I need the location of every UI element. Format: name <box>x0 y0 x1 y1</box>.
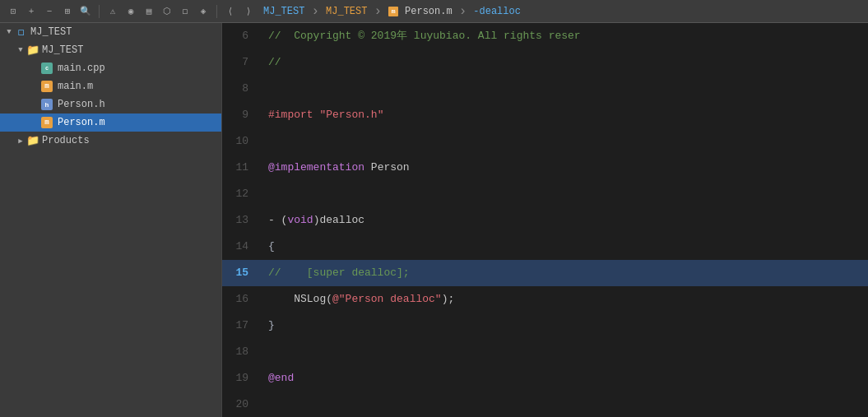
square-icon[interactable]: ◻ <box>179 5 192 18</box>
line-content-12 <box>262 181 868 207</box>
grid-icon[interactable]: ⊞ <box>61 5 74 18</box>
sidebar-label-main-m: main.m <box>58 81 93 92</box>
sidebar-item-person-m[interactable]: m Person.m <box>0 114 221 132</box>
hex-icon[interactable]: ⬡ <box>160 5 174 18</box>
breadcrumb-file[interactable]: Person.m <box>405 6 453 17</box>
code-line-8: 8 <box>222 76 868 102</box>
line-content-19: @end <box>262 365 868 392</box>
line-content-17: } <box>262 313 868 339</box>
sidebar-item-mj-test-folder[interactable]: ▼ 📁 MJ_TEST <box>0 41 221 59</box>
code-line-20: 20 <box>222 392 868 417</box>
breadcrumb-method[interactable]: -dealloc <box>473 6 521 17</box>
line-content-13: - (void)dealloc <box>262 207 868 234</box>
code-line-12: 12 <box>222 181 868 207</box>
add-icon[interactable]: + <box>25 5 38 18</box>
line-num-9: 9 <box>222 102 262 128</box>
line-content-20 <box>262 392 868 417</box>
sidebar-item-person-h[interactable]: h Person.h <box>0 95 221 114</box>
leaf-spacer-h <box>30 99 41 110</box>
main-area: ▼ ◻ MJ_TEST ▼ 📁 MJ_TEST c main.cpp m mai… <box>0 23 868 417</box>
line-content-16: NSLog(@"Person dealloc"); <box>262 286 868 313</box>
breadcrumb-sep-2: › <box>374 4 382 19</box>
expand-arrow-folder: ▼ <box>15 44 26 56</box>
code-line-15: 15 // [super dealloc]; <box>222 260 868 286</box>
line-content-18 <box>262 339 868 365</box>
line-content-15: // [super dealloc]; <box>262 260 868 286</box>
leaf-spacer-m <box>30 81 41 92</box>
warn-icon[interactable]: ⚠ <box>106 5 119 18</box>
expand-arrow-root: ▼ <box>3 26 15 38</box>
m-file-icon-main: m <box>41 81 53 92</box>
line-num-8: 8 <box>222 76 262 102</box>
code-line-14: 14 { <box>222 234 868 260</box>
breadcrumb-sep-3: › <box>459 4 467 19</box>
sidebar-item-mj-test-root[interactable]: ▼ ◻ MJ_TEST <box>0 23 221 41</box>
code-line-6: 6 // Copyright © 2019年 luyubiao. All rig… <box>222 23 868 49</box>
forward-icon[interactable]: ⟩ <box>242 5 255 18</box>
sidebar-label-person-h: Person.h <box>58 99 105 110</box>
leaf-spacer-cpp <box>30 63 41 74</box>
line-content-8 <box>262 76 868 102</box>
sidebar-item-products[interactable]: ▶ 📁 Products <box>0 132 221 150</box>
divider-1 <box>99 5 100 18</box>
line-num-13: 13 <box>222 207 262 234</box>
list-icon[interactable]: ▤ <box>142 5 155 18</box>
folder-icon: 📁 <box>26 44 39 57</box>
sidebar-item-main-m[interactable]: m main.m <box>0 77 221 95</box>
line-content-11: @implementation Person <box>262 155 868 181</box>
search-icon[interactable]: 🔍 <box>79 5 92 18</box>
home-icon[interactable]: ⊡ <box>7 5 20 18</box>
code-line-17: 17 } <box>222 313 868 339</box>
sidebar-label-person-m: Person.m <box>58 117 105 128</box>
sidebar-label-products: Products <box>42 135 90 146</box>
h-file-icon: h <box>41 99 53 110</box>
code-editor[interactable]: 6 // Copyright © 2019年 luyubiao. All rig… <box>222 23 868 417</box>
line-num-11: 11 <box>222 155 262 181</box>
back-icon[interactable]: ⟨ <box>224 5 237 18</box>
diamond-icon[interactable]: ◈ <box>197 5 210 18</box>
divider-2 <box>216 5 217 18</box>
sidebar-label-folder: MJ_TEST <box>42 44 83 56</box>
code-line-13: 13 - (void)dealloc <box>222 207 868 234</box>
m-file-icon-person: m <box>41 117 53 128</box>
line-num-6: 6 <box>222 23 262 49</box>
cpp-file-icon: c <box>41 63 53 74</box>
line-num-20: 20 <box>222 392 262 417</box>
line-num-7: 7 <box>222 49 262 76</box>
line-content-14: { <box>262 234 868 260</box>
line-content-10 <box>262 128 868 155</box>
breadcrumb-m-icon: m <box>388 7 398 16</box>
line-num-15: 15 <box>222 260 262 286</box>
sidebar-label-main-cpp: main.cpp <box>58 63 105 74</box>
breadcrumb-folder[interactable]: MJ_TEST <box>326 6 367 17</box>
sidebar-item-main-cpp[interactable]: c main.cpp <box>0 59 221 77</box>
code-line-18: 18 <box>222 339 868 365</box>
line-num-16: 16 <box>222 286 262 313</box>
code-lines: 6 // Copyright © 2019年 luyubiao. All rig… <box>222 23 868 417</box>
code-line-11: 11 @implementation Person <box>222 155 868 181</box>
leaf-spacer-person-m <box>30 117 41 128</box>
toolbar: ⊡ + − ⊞ 🔍 ⚠ ◉ ▤ ⬡ ◻ ◈ ⟨ ⟩ MJ_TEST › MJ_T… <box>0 0 868 23</box>
line-num-12: 12 <box>222 181 262 207</box>
line-num-19: 19 <box>222 365 262 392</box>
code-line-7: 7 // <box>222 49 868 76</box>
remove-icon[interactable]: − <box>43 5 56 18</box>
code-line-19: 19 @end <box>222 365 868 392</box>
expand-arrow-products: ▶ <box>15 135 26 146</box>
products-folder-icon: 📁 <box>26 134 39 147</box>
run-icon[interactable]: ◉ <box>124 5 137 18</box>
line-num-14: 14 <box>222 234 262 260</box>
sidebar: ▼ ◻ MJ_TEST ▼ 📁 MJ_TEST c main.cpp m mai… <box>0 23 222 417</box>
breadcrumb-project[interactable]: MJ_TEST <box>263 6 304 17</box>
code-line-16: 16 NSLog(@"Person dealloc"); <box>222 286 868 313</box>
line-content-7: // <box>262 49 868 76</box>
line-num-18: 18 <box>222 339 262 365</box>
line-num-17: 17 <box>222 313 262 339</box>
line-content-6: // Copyright © 2019年 luyubiao. All right… <box>262 23 868 49</box>
line-content-9: #import "Person.h" <box>262 102 868 128</box>
line-num-10: 10 <box>222 128 262 155</box>
breadcrumb-sep-1: › <box>311 4 319 19</box>
sidebar-label-root: MJ_TEST <box>30 26 72 38</box>
project-icon: ◻ <box>15 25 28 39</box>
code-line-9: 9 #import "Person.h" <box>222 102 868 128</box>
